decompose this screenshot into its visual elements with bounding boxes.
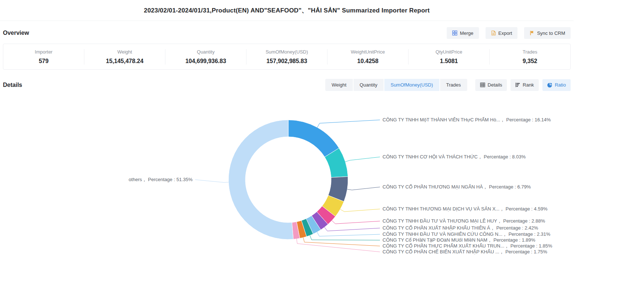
sync-to-crm-button[interactable]: Sync to CRM	[524, 27, 571, 39]
view-ratio-button[interactable]: Ratio	[542, 79, 571, 91]
stat-weight: Weight 15,145,478.24	[84, 49, 165, 65]
pie-label: CÔNG TY TNHH MộT THÀNH VIÊN THựC PHẨM Hò…	[383, 117, 551, 122]
page-title: 2023/02/01-2024/01/31,Product(EN) AND"SE…	[144, 6, 429, 15]
flag-icon	[530, 30, 534, 36]
view-rank-label: Rank	[523, 82, 534, 87]
table-icon	[480, 82, 485, 87]
pie-leader-line	[345, 157, 380, 162]
pie-label: others， Percentage : 51.35%	[129, 177, 193, 182]
pie-leader-line	[195, 180, 228, 183]
overview-actions: Merge Export Sync to CRM	[447, 27, 571, 39]
export-label: Export	[498, 31, 512, 36]
sync-to-crm-label: Sync to CRM	[537, 31, 565, 36]
pie-label: CÔNG TY Cổ PHầN TậP ĐOàN MUốI MIềN NAM， …	[383, 237, 535, 243]
stat-trades: Trades 9,352	[490, 49, 570, 65]
page: 2023/02/01-2024/01/31,Product(EN) AND"SE…	[0, 0, 574, 286]
stat-label: Weight	[84, 49, 165, 55]
stat-label: Trades	[490, 49, 570, 55]
pie-chart-svg: CÔNG TY TNHH MộT THÀNH VIÊN THựC PHẨM Hò…	[0, 102, 574, 279]
pie-label: CÔNG TY CỔ PHẦN CHẾ BIẾN XUẤT NHẬP KHẨU …	[383, 249, 548, 254]
export-icon	[491, 30, 496, 36]
title-bar: 2023/02/01-2024/01/31,Product(EN) AND"SE…	[0, 0, 574, 21]
pie-leader-line	[332, 221, 380, 224]
details-heading: Details	[3, 82, 22, 88]
pie-slice-others[interactable]	[228, 120, 293, 239]
overview-heading: Overview	[3, 30, 29, 36]
view-details-label: Details	[488, 82, 502, 87]
stat-value: 104,699,936.83	[165, 58, 246, 65]
rank-icon	[515, 82, 520, 87]
pie-label: CÔNG TY CỔ PHẦN THỰC PHẨM XUẤT KHẨU TRUN…	[383, 243, 552, 249]
pie-label: CÔNG TY TNHH CƠ HỘI VÀ THÁCH THỨC， Perce…	[383, 154, 526, 160]
stat-label: QtyUnitPrice	[409, 49, 489, 55]
stat-value: 1.5081	[409, 58, 489, 65]
view-rank-button[interactable]: Rank	[511, 79, 538, 91]
pie-label: CÔNG TY TNHH ĐẦU TƯ VÀ NGHIÊN CỨU CÔNG N…	[383, 231, 550, 237]
view-tabs: Details Rank Ratio	[475, 79, 571, 91]
stat-label: WeightUnitPrice	[328, 49, 408, 55]
pie-label: CÔNG TY TNHH THƯƠNG MẠI DỊCH VỤ VÀ SẢN X…	[383, 206, 548, 212]
stat-label: SumOfMoney(USD)	[246, 49, 327, 55]
stat-value: 579	[3, 58, 84, 65]
stat-value: 157,902,985.83	[246, 58, 327, 65]
merge-label: Merge	[460, 31, 473, 36]
stat-value: 9,352	[490, 58, 570, 65]
export-button[interactable]: Export	[486, 27, 518, 39]
stat-value: 10.4258	[328, 58, 408, 65]
tab-sumofmoney-usd[interactable]: SumOfMoney(USD)	[384, 79, 439, 91]
stat-label: Importer	[3, 49, 84, 55]
stat-importer: Importer 579	[3, 49, 84, 65]
pie-leader-line	[347, 187, 380, 190]
pie-label: CÔNG TY CỔ PHẦN THƯƠNG MẠI NGÂN HÀ， Perc…	[383, 184, 531, 190]
pie-leader-line	[317, 232, 380, 236]
pie-label: CÔNG TY TNHH ĐẦU TƯ VÀ THƯƠNG MẠI LÊ HUY…	[383, 218, 545, 224]
overview-header: Overview Merge Export Sync to CRM	[0, 27, 574, 39]
stat-weightunitprice: WeightUnitPrice 10.4258	[328, 49, 409, 65]
details-controls: Weight Quantity SumOfMoney(USD) Trades D…	[325, 79, 571, 91]
ratio-pie-chart: CÔNG TY TNHH MộT THÀNH VIÊN THựC PHẨM Hò…	[0, 102, 574, 279]
merge-button[interactable]: Merge	[447, 27, 479, 39]
pie-label: CÔNG TY CỔ PHẦN XUẤT NHẬP KHẨU THIÊN Á， …	[383, 225, 538, 231]
stat-sumofmoney: SumOfMoney(USD) 157,902,985.83	[246, 49, 328, 65]
pie-leader-line	[340, 209, 380, 212]
merge-icon	[452, 30, 457, 36]
stat-quantity: Quantity 104,699,936.83	[165, 49, 246, 65]
stat-label: Quantity	[165, 49, 246, 55]
overview-stats-card: Importer 579 Weight 15,145,478.24 Quanti…	[3, 44, 571, 70]
details-header: Details Weight Quantity SumOfMoney(USD) …	[0, 79, 574, 91]
view-ratio-label: Ratio	[555, 82, 566, 87]
pie-icon	[547, 82, 552, 88]
tab-trades[interactable]: Trades	[440, 79, 467, 91]
pie-leader-line	[317, 120, 380, 128]
pie-leader-line	[303, 238, 380, 246]
view-details-button[interactable]: Details	[475, 79, 507, 91]
tab-quantity[interactable]: Quantity	[354, 79, 384, 91]
pie-leader-line	[325, 227, 380, 231]
stat-value: 15,145,478.24	[84, 58, 165, 65]
stat-qtyunitprice: QtyUnitPrice 1.5081	[409, 49, 490, 65]
tab-weight[interactable]: Weight	[325, 79, 352, 91]
metric-tabs: Weight Quantity SumOfMoney(USD) Trades	[325, 79, 467, 91]
pie-slice-0[interactable]	[288, 120, 339, 157]
